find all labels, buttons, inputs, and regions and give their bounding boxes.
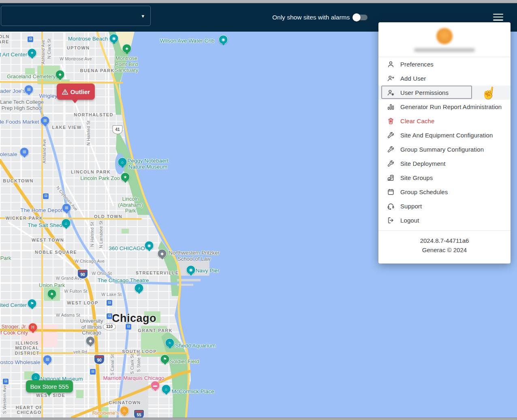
menu-item-site-deployment[interactable]: Site Deployment	[378, 156, 511, 171]
transit-icon: ⊟	[90, 369, 96, 375]
water-crib-icon: ◉	[219, 35, 228, 44]
hospital-icon: H	[28, 323, 38, 332]
divider	[378, 230, 511, 231]
window-chrome-bottom	[0, 418, 517, 420]
cart-icon: ⊞	[43, 355, 52, 364]
highway-shield: 110	[103, 323, 116, 330]
site-badge-label: Outlier	[70, 88, 90, 95]
transit-icon: ⊟	[27, 36, 34, 43]
transit-icon: ⊟	[106, 300, 113, 306]
person-add-icon	[386, 74, 395, 83]
cart-icon: ⊞	[41, 116, 50, 125]
menu-item-label: Add User	[400, 75, 426, 82]
paw-icon: ★	[121, 172, 130, 182]
user-email-redacted	[414, 48, 475, 52]
menu-item-label: Site Groups	[400, 174, 433, 181]
tree-icon: ♣	[56, 70, 65, 79]
site-badge-label: Box Store 555	[30, 383, 68, 390]
menu-item-label: Generator Run Report Administration	[400, 103, 502, 110]
highway-shield: 90	[94, 355, 105, 364]
camera-icon: ◉	[186, 265, 196, 274]
cart-icon: ⊞	[62, 203, 71, 212]
menu-item-site-and-equipment-configuration[interactable]: Site And Equipment Configuration	[378, 128, 511, 142]
hamburger-menu-icon[interactable]	[493, 12, 504, 22]
stadium-icon: ⚑	[28, 299, 37, 308]
menu-item-label: Group Schedules	[400, 189, 448, 195]
tree-icon: ♣	[47, 289, 57, 298]
person-icon	[386, 60, 395, 69]
landmark-icon: ⌂	[62, 219, 71, 228]
menu-item-label: Site And Equipment Configuration	[400, 132, 493, 139]
app-version: 2024.8.7-44711a6	[378, 236, 511, 245]
highway-shield: 41	[113, 125, 123, 134]
transit-icon: ⊟	[43, 193, 49, 199]
graduation-icon: ◆	[86, 336, 95, 345]
bed-icon: ▬	[151, 381, 160, 390]
dolphin-icon: ≈	[165, 338, 175, 347]
transit-icon: ⊟	[106, 313, 113, 319]
transit-icon: ⊟	[125, 324, 132, 330]
stadium-icon: ⚑	[160, 354, 170, 364]
site-filter-select[interactable]: ▾	[1, 6, 151, 26]
calendar-icon	[386, 188, 395, 197]
art-palette-icon: ✦	[28, 48, 37, 58]
menu-item-clear-cache[interactable]: Clear Cache	[378, 114, 511, 128]
bar-chart-icon	[386, 103, 395, 111]
camera-icon: ◉	[145, 241, 154, 250]
menu-item-support[interactable]: Support	[378, 199, 511, 213]
headset-icon	[386, 202, 395, 211]
avatar	[436, 28, 453, 44]
menu-items: PreferencesAdd UserUser PermissionsGener…	[378, 57, 511, 227]
alarms-toggle-label: Only show sites with alarms	[272, 14, 350, 21]
cart-icon: ⊞	[24, 85, 34, 94]
menu-item-label: User Permissions	[400, 89, 449, 96]
menu-item-logout[interactable]: Logout	[378, 213, 511, 227]
graduation-icon: ◆	[158, 249, 167, 258]
app-window: ▾ Only show sites with alarms	[0, 0, 517, 420]
highway-shield: 90	[77, 269, 88, 279]
menu-item-preferences[interactable]: Preferences	[378, 57, 511, 71]
copyright: Generac © 2024	[378, 245, 511, 255]
buildings-icon	[386, 174, 395, 182]
menu-item-label: Group Summary Configuration	[400, 146, 484, 153]
menu-item-label: Site Deployment	[400, 160, 446, 167]
menu-item-site-groups[interactable]: Site Groups	[378, 171, 511, 185]
alarms-toggle-group: Only show sites with alarms	[272, 3, 367, 32]
menu-item-label: Logout	[400, 217, 419, 224]
window-chrome-top	[0, 0, 517, 3]
cart-icon: ⊞	[20, 147, 29, 156]
chevron-down-icon: ▾	[141, 13, 144, 19]
menu-item-label: Preferences	[400, 61, 434, 68]
site-badge[interactable]: Box Store 555	[26, 380, 73, 392]
tree-icon: ♣	[122, 44, 132, 53]
menu-item-generator-run-report-administration[interactable]: Generator Run Report Administration	[378, 100, 511, 114]
person-gear-icon	[386, 88, 395, 97]
menu-item-label: Clear Cache	[400, 118, 434, 124]
museum-icon: ⌂	[118, 157, 127, 167]
transit-icon: ⊟	[2, 378, 9, 385]
logout-icon	[386, 216, 395, 225]
wrench-icon	[386, 131, 395, 140]
warning-triangle-icon	[62, 89, 68, 95]
wrench-icon	[386, 159, 395, 168]
account-admin-menu: PreferencesAdd UserUser PermissionsGener…	[378, 22, 511, 264]
music-icon: ♪	[135, 283, 144, 293]
menu-item-add-user[interactable]: Add User	[378, 71, 511, 86]
wrench-icon	[386, 145, 395, 154]
alarms-toggle[interactable]	[354, 15, 367, 20]
highway-shield: 55	[134, 409, 144, 418]
museum-icon: ⌂	[162, 384, 171, 394]
menu-item-group-summary-configuration[interactable]: Group Summary Configuration	[378, 142, 511, 156]
site-badge-alarm[interactable]: Outlier	[57, 84, 95, 100]
restaurant-icon: ♨	[120, 406, 129, 415]
menu-footer: 2024.8.7-44711a6 Generac © 2024	[378, 236, 511, 255]
camera-icon: ◉	[109, 34, 119, 43]
trash-icon	[386, 117, 395, 126]
menu-item-user-permissions[interactable]: User Permissions	[378, 86, 511, 100]
menu-item-group-schedules[interactable]: Group Schedules	[378, 185, 511, 199]
toggle-thumb	[352, 13, 361, 21]
menu-item-label: Support	[400, 203, 422, 210]
